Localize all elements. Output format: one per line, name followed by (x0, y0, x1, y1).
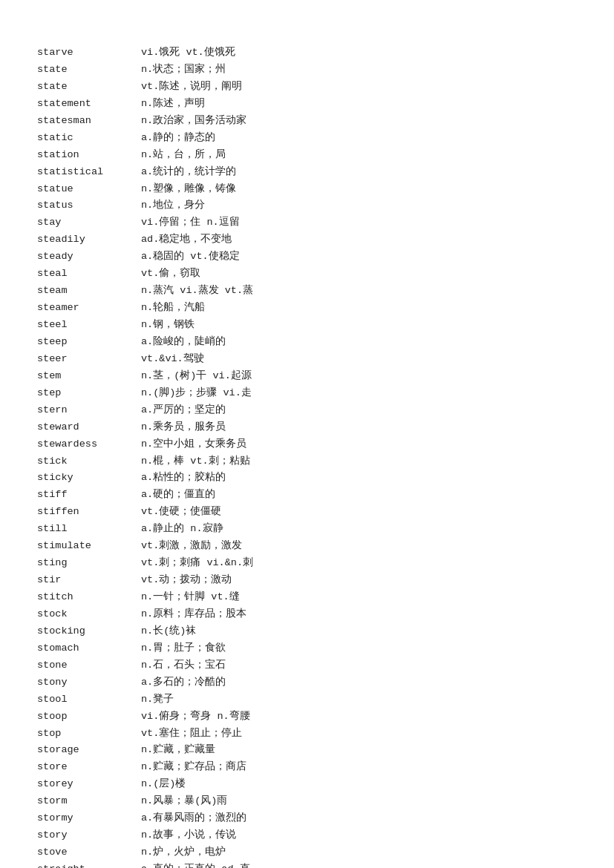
word: status (37, 197, 141, 214)
table-row: stingvt.刺；刺痛 vi.&n.刺 (37, 555, 577, 572)
table-row: stockingn.长(统)袜 (37, 623, 577, 640)
table-row: stewardessn.空中小姐，女乘务员 (37, 436, 577, 453)
definition: a.险峻的，陡峭的 (141, 334, 577, 351)
table-row: stormya.有暴风雨的；激烈的 (37, 810, 577, 827)
definition: vt.使硬；使僵硬 (141, 504, 577, 521)
table-row: storyn.故事，小说，传说 (37, 827, 577, 844)
word: storage (37, 742, 141, 759)
word: steep (37, 334, 141, 351)
table-row: statesmann.政治家，国务活动家 (37, 113, 577, 130)
definition: vt.偷，窃取 (141, 266, 577, 283)
table-row: stormn.风暴；暴(风)雨 (37, 793, 577, 810)
table-row: steadilyad.稳定地，不变地 (37, 231, 577, 249)
word: state (37, 62, 141, 79)
word: statistical (37, 164, 141, 181)
definition: n.一针；针脚 vt.缝 (141, 589, 577, 606)
definition: n.站，台，所，局 (141, 147, 577, 164)
definition: vt.刺；刺痛 vi.&n.刺 (141, 555, 577, 572)
table-row: steadya.稳固的 vt.使稳定 (37, 249, 577, 266)
definition: vt.刺激，激励，激发 (141, 538, 577, 555)
word: statement (37, 96, 141, 113)
definition: vt.动；拨动；激动 (141, 572, 577, 589)
definition: n.故事，小说，传说 (141, 827, 577, 844)
definition: a.静的；静态的 (141, 130, 577, 147)
word: steer (37, 351, 141, 368)
table-row: statisticala.统计的，统计学的 (37, 164, 577, 181)
definition: n.贮藏；贮存品；商店 (141, 759, 577, 776)
definition: a.统计的，统计学的 (141, 164, 577, 181)
definition: n.乘务员，服务员 (141, 419, 577, 436)
definition: n.棍，棒 vt.刺；粘贴 (141, 453, 577, 470)
table-row: stopvt.塞住；阻止；停止 (37, 726, 577, 743)
word: starve (37, 45, 141, 62)
word: steamer (37, 300, 141, 317)
table-row: stockn.原料；库存品；股本 (37, 606, 577, 623)
word: stern (37, 402, 141, 419)
word: stool (37, 691, 141, 708)
table-row: stooln.凳子 (37, 691, 577, 708)
word: storm (37, 793, 141, 810)
definition: vt.塞住；阻止；停止 (141, 726, 577, 743)
definition: vi.停留；住 n.逗留 (141, 214, 577, 231)
word: stewardess (37, 436, 141, 453)
table-row: stiffenvt.使硬；使僵硬 (37, 504, 577, 521)
word: stick (37, 453, 141, 470)
definition: n.地位，身分 (141, 197, 577, 214)
table-row: stickya.粘性的；胶粘的 (37, 470, 577, 487)
definition: a.严厉的；坚定的 (141, 402, 577, 419)
word: stitch (37, 589, 141, 606)
table-row: starvevi.饿死 vt.使饿死 (37, 45, 577, 62)
definition: a.粘性的；胶粘的 (141, 470, 577, 487)
definition: n.胃；肚子；食欲 (141, 640, 577, 657)
table-row: stemn.茎，(树)干 vi.起源 (37, 368, 577, 385)
table-row: steamern.轮船，汽船 (37, 300, 577, 317)
definition: n.钢，钢铁 (141, 317, 577, 334)
table-row: storeyn.(层)楼 (37, 776, 577, 793)
definition: n.蒸汽 vi.蒸发 vt.蒸 (141, 283, 577, 300)
definition: n.陈述，声明 (141, 96, 577, 113)
word: stove (37, 844, 141, 861)
table-row: stonya.多石的；冷酷的 (37, 674, 577, 691)
table-row: steamn.蒸汽 vi.蒸发 vt.蒸 (37, 283, 577, 300)
dictionary-table: starvevi.饿死 vt.使饿死staten.状态；国家；州statevt.… (37, 45, 577, 868)
table-row: statuen.塑像，雕像，铸像 (37, 181, 577, 198)
definition: vi.俯身；弯身 n.弯腰 (141, 708, 577, 726)
word: steal (37, 266, 141, 283)
word: statue (37, 181, 141, 198)
table-row: storagen.贮藏，贮藏量 (37, 742, 577, 759)
table-row: stirvt.动；拨动；激动 (37, 572, 577, 589)
word: stem (37, 368, 141, 385)
definition: a.稳固的 vt.使稳定 (141, 249, 577, 266)
word: story (37, 827, 141, 844)
table-row: statementn.陈述，声明 (37, 96, 577, 113)
table-row: stitchn.一针；针脚 vt.缝 (37, 589, 577, 606)
word: sticky (37, 470, 141, 487)
table-row: stimulatevt.刺激，激励，激发 (37, 538, 577, 555)
word: steadily (37, 231, 141, 249)
definition: vi.饿死 vt.使饿死 (141, 45, 577, 62)
definition: n.塑像，雕像，铸像 (141, 181, 577, 198)
table-row: stiffa.硬的；僵直的 (37, 487, 577, 504)
table-row: stoopvi.俯身；弯身 n.弯腰 (37, 708, 577, 726)
table-row: stewardn.乘务员，服务员 (37, 419, 577, 436)
word: stop (37, 726, 141, 743)
definition: n.凳子 (141, 691, 577, 708)
definition: n.贮藏，贮藏量 (141, 742, 577, 759)
word: stock (37, 606, 141, 623)
table-row: steeln.钢，钢铁 (37, 317, 577, 334)
definition: n.轮船，汽船 (141, 300, 577, 317)
word: sting (37, 555, 141, 572)
table-row: stayvi.停留；住 n.逗留 (37, 214, 577, 231)
word: steward (37, 419, 141, 436)
word: step (37, 385, 141, 402)
table-row: statica.静的；静态的 (37, 130, 577, 147)
definition: vt.陈述，说明，阐明 (141, 79, 577, 96)
word: stir (37, 572, 141, 589)
word: stay (37, 214, 141, 231)
word: stoop (37, 708, 141, 726)
definition: n.长(统)袜 (141, 623, 577, 640)
word: stomach (37, 640, 141, 657)
table-row: statusn.地位，身分 (37, 197, 577, 214)
word: state (37, 79, 141, 96)
word: straight (37, 861, 141, 868)
